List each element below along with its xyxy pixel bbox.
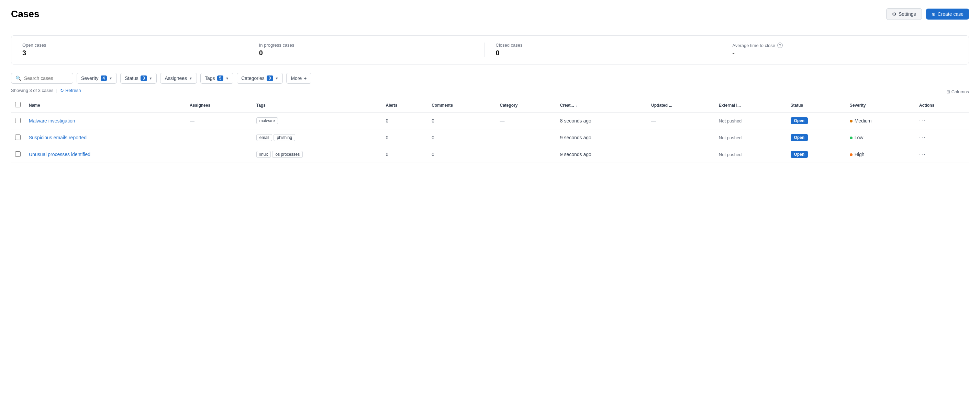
severity-label: Severity [81, 76, 99, 81]
category-value: — [500, 152, 505, 157]
assignees-filter[interactable]: Assignees ▼ [160, 73, 197, 84]
row-name: Malware investigation [25, 112, 186, 129]
search-input[interactable] [24, 76, 69, 81]
table-header: Name Assignees Tags Alerts Comments Cate… [11, 98, 969, 112]
row-actions[interactable]: ··· [915, 146, 969, 163]
row-checkbox[interactable] [15, 118, 21, 123]
external-value: Not pushed [719, 135, 742, 140]
row-created: 9 seconds ago [556, 146, 647, 163]
row-alerts: 0 [382, 129, 428, 146]
assignees-label: Assignees [165, 76, 187, 81]
col-status: Status [786, 98, 846, 112]
severity-dot [850, 120, 853, 122]
updated-value: — [651, 152, 656, 157]
col-created[interactable]: Creat... ↓ [556, 98, 647, 112]
severity-badge: 4 [101, 76, 107, 81]
tag: linux [256, 151, 271, 158]
case-link[interactable]: Suspicious emails reported [29, 135, 87, 140]
header-actions: ⚙ Settings ⊕ Create case [886, 8, 969, 20]
chevron-down-icon: ▼ [226, 76, 229, 80]
more-actions-icon[interactable]: ··· [919, 151, 926, 157]
row-name: Suspicious emails reported [25, 129, 186, 146]
col-actions: Actions [915, 98, 969, 112]
refresh-button[interactable]: ↻ Refresh [60, 88, 81, 93]
row-checkbox-cell[interactable] [11, 146, 25, 163]
row-actions[interactable]: ··· [915, 112, 969, 129]
categories-filter[interactable]: Categories 0 ▼ [237, 73, 283, 84]
status-badge: Open [791, 151, 808, 158]
more-actions-icon[interactable]: ··· [919, 118, 926, 124]
external-value: Not pushed [719, 152, 742, 157]
create-case-button[interactable]: ⊕ Create case [926, 9, 969, 19]
tags-filter[interactable]: Tags 5 ▼ [200, 73, 233, 84]
row-severity: Low [846, 129, 915, 146]
row-external: Not pushed [715, 112, 786, 129]
settings-icon: ⚙ [892, 11, 897, 17]
tags-label: Tags [205, 76, 215, 81]
col-comments: Comments [428, 98, 495, 112]
row-name: Unusual processes identified [25, 146, 186, 163]
case-link[interactable]: Malware investigation [29, 118, 75, 124]
severity-dot [850, 154, 853, 156]
settings-button[interactable]: ⚙ Settings [886, 8, 922, 20]
tag: malware [256, 117, 278, 124]
assignees-value: — [190, 118, 194, 124]
row-actions[interactable]: ··· [915, 129, 969, 146]
stat-closed-label: Closed cases [496, 43, 721, 48]
row-updated: — [647, 129, 715, 146]
row-checkbox[interactable] [15, 135, 21, 140]
row-severity: Medium [846, 112, 915, 129]
col-alerts: Alerts [382, 98, 428, 112]
tag: phishing [274, 134, 295, 141]
search-box[interactable]: 🔍 [11, 73, 73, 84]
stat-in-progress-value: 0 [259, 49, 485, 57]
table-row: Suspicious emails reported — emailphishi… [11, 129, 969, 146]
columns-button[interactable]: ⊞ Columns [946, 89, 969, 94]
stat-open-cases-label: Open cases [22, 43, 248, 48]
select-all-checkbox[interactable] [15, 102, 21, 108]
category-value: — [500, 118, 505, 124]
chevron-down-icon: ▼ [189, 76, 192, 80]
more-label: More [291, 76, 302, 81]
category-value: — [500, 135, 505, 140]
col-external: External i... [715, 98, 786, 112]
search-icon: 🔍 [16, 76, 21, 81]
chevron-down-icon: ▼ [109, 76, 112, 80]
categories-label: Categories [241, 76, 264, 81]
row-category: — [496, 129, 556, 146]
status-filter[interactable]: Status 3 ▼ [120, 73, 157, 84]
table-row: Malware investigation — malware 0 0 — 8 … [11, 112, 969, 129]
tag: email [256, 134, 272, 141]
severity-filter[interactable]: Severity 4 ▼ [76, 73, 117, 84]
info-icon[interactable]: ? [777, 43, 783, 48]
page-header: Cases ⚙ Settings ⊕ Create case [11, 8, 969, 27]
stat-avg-value: - [732, 49, 958, 57]
col-name: Name [25, 98, 186, 112]
categories-badge: 0 [267, 76, 273, 81]
row-comments: 0 [428, 146, 495, 163]
stat-avg-label: Average time to close ? [732, 43, 958, 48]
select-all-header[interactable] [11, 98, 25, 112]
sort-icon: ↓ [576, 104, 578, 108]
stat-in-progress-cases: In progress cases 0 [248, 43, 485, 57]
more-filter[interactable]: More + [286, 73, 311, 84]
separator: | [56, 88, 57, 93]
table-row: Unusual processes identified — linuxos p… [11, 146, 969, 163]
row-checkbox-cell[interactable] [11, 129, 25, 146]
status-badge: Open [791, 134, 808, 141]
updated-value: — [651, 118, 656, 124]
status-badge: Open [791, 117, 808, 124]
severity-label: Medium [854, 118, 872, 124]
row-assignees: — [186, 129, 252, 146]
row-severity: High [846, 146, 915, 163]
row-checkbox-cell[interactable] [11, 112, 25, 129]
severity-label: High [854, 152, 865, 157]
tags-badge: 5 [217, 76, 224, 81]
case-link[interactable]: Unusual processes identified [29, 152, 91, 157]
stat-open-cases: Open cases 3 [22, 43, 248, 57]
more-actions-icon[interactable]: ··· [919, 135, 926, 140]
table-body: Malware investigation — malware 0 0 — 8 … [11, 112, 969, 163]
tag: os processes [272, 151, 303, 158]
row-category: — [496, 112, 556, 129]
row-checkbox[interactable] [15, 151, 21, 157]
